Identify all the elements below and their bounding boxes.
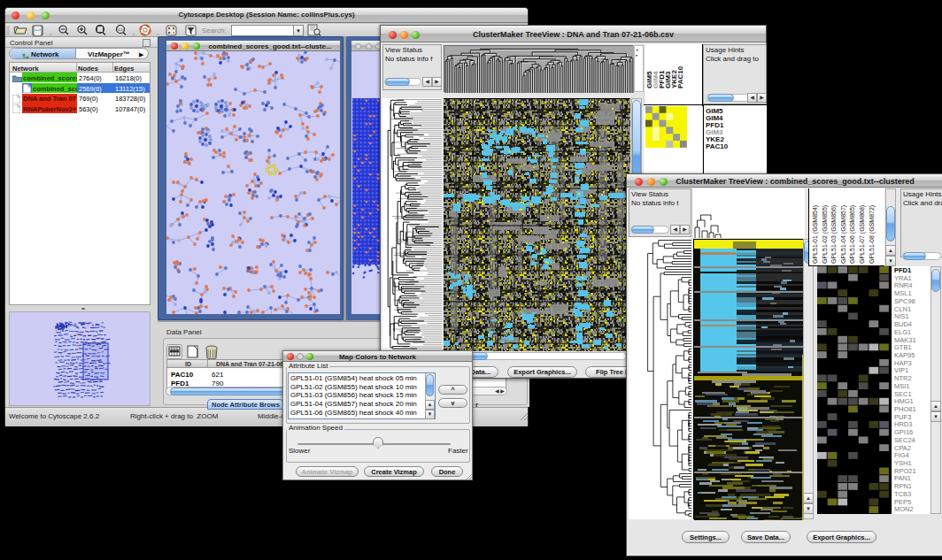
- svg-text:Search:: Search:: [202, 27, 227, 35]
- svg-text:1:1: 1:1: [118, 27, 123, 32]
